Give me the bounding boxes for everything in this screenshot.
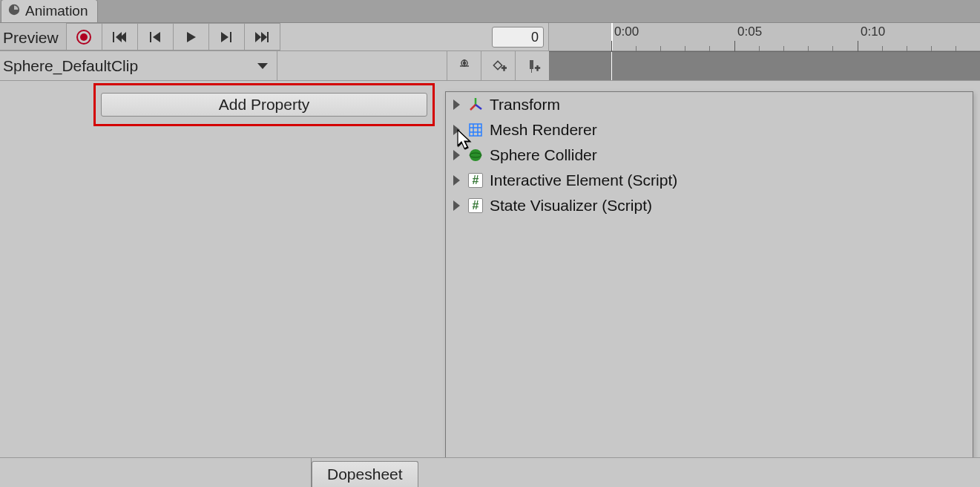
- clock-icon: [7, 3, 21, 20]
- svg-rect-23: [470, 124, 481, 136]
- svg-rect-13: [267, 32, 269, 42]
- svg-rect-18: [493, 61, 501, 69]
- svg-rect-6: [150, 32, 151, 42]
- toolbar: Preview 0:00 0:05 0:10: [0, 23, 980, 51]
- tab-title: Animation: [25, 3, 88, 19]
- next-frame-button[interactable]: [209, 23, 245, 50]
- expand-icon: [453, 200, 460, 211]
- svg-point-2: [80, 33, 88, 41]
- ruler-label: 0:10: [861, 24, 885, 39]
- expand-icon: [453, 125, 460, 135]
- tab-animation[interactable]: Animation: [1, 0, 98, 22]
- frame-number-input[interactable]: [492, 27, 544, 48]
- transform-icon: [467, 97, 484, 113]
- tab-bar: Animation: [0, 0, 980, 23]
- animation-main-area: Add Property Transform Mesh Renderer Sph…: [0, 81, 980, 457]
- property-label: Transform: [490, 96, 560, 114]
- timeline-track[interactable]: [549, 51, 980, 80]
- svg-rect-20: [530, 60, 533, 69]
- script-icon: #: [467, 172, 484, 189]
- record-button[interactable]: [67, 23, 102, 50]
- property-label: State Visualizer (Script): [490, 197, 652, 215]
- svg-marker-8: [187, 32, 196, 42]
- svg-rect-21: [531, 69, 532, 73]
- last-frame-button[interactable]: [245, 23, 280, 50]
- sphere-collider-icon: [467, 147, 484, 163]
- property-label: Mesh Renderer: [490, 121, 597, 139]
- clip-name: Sphere_DefaultClip: [3, 57, 138, 75]
- add-property-highlight: Add Property: [93, 83, 435, 126]
- svg-point-17: [463, 62, 465, 64]
- expand-icon: [453, 175, 460, 186]
- add-property-button[interactable]: Add Property: [101, 93, 427, 117]
- clip-row: Sphere_DefaultClip + +: [0, 51, 980, 81]
- property-label: Interactive Element (Script): [490, 171, 677, 189]
- timeline-ruler[interactable]: 0:00 0:05 0:10: [549, 23, 980, 50]
- prev-frame-button[interactable]: [138, 23, 174, 50]
- property-item-sphere-collider[interactable]: Sphere Collider: [446, 143, 973, 168]
- svg-marker-7: [153, 32, 160, 42]
- chevron-down-icon: [257, 63, 268, 69]
- expand-icon: [453, 99, 460, 110]
- property-item-transform[interactable]: Transform: [446, 92, 973, 117]
- bottom-bar: Dopesheet: [0, 457, 980, 487]
- ruler-label: 0:05: [737, 24, 762, 39]
- property-label: Sphere Collider: [490, 146, 597, 164]
- svg-text:+: +: [535, 63, 540, 73]
- svg-rect-9: [230, 32, 231, 42]
- dopesheet-tab[interactable]: Dopesheet: [312, 461, 418, 487]
- first-frame-button[interactable]: [102, 23, 138, 50]
- svg-marker-12: [261, 32, 267, 42]
- property-item-mesh-renderer[interactable]: Mesh Renderer: [446, 117, 973, 143]
- add-keyframe-button[interactable]: +: [481, 51, 515, 80]
- svg-text:+: +: [501, 63, 507, 73]
- mesh-renderer-icon: [467, 122, 484, 138]
- property-popup: Transform Mesh Renderer Sphere Collider …: [445, 91, 973, 463]
- script-icon: #: [467, 197, 484, 214]
- svg-rect-3: [113, 32, 114, 42]
- play-button[interactable]: [174, 23, 209, 50]
- preview-button[interactable]: Preview: [0, 23, 67, 50]
- filter-by-selection-button[interactable]: [447, 51, 481, 80]
- expand-icon: [453, 150, 460, 160]
- add-event-button[interactable]: +: [515, 51, 549, 80]
- svg-point-28: [470, 149, 481, 161]
- clip-selector-dropdown[interactable]: Sphere_DefaultClip: [0, 51, 277, 80]
- svg-marker-10: [221, 32, 228, 42]
- property-item-state-visualizer[interactable]: # State Visualizer (Script): [446, 193, 973, 218]
- property-item-interactive-element[interactable]: # Interactive Element (Script): [446, 168, 973, 193]
- svg-marker-11: [255, 32, 261, 42]
- ruler-label: 0:00: [614, 24, 639, 39]
